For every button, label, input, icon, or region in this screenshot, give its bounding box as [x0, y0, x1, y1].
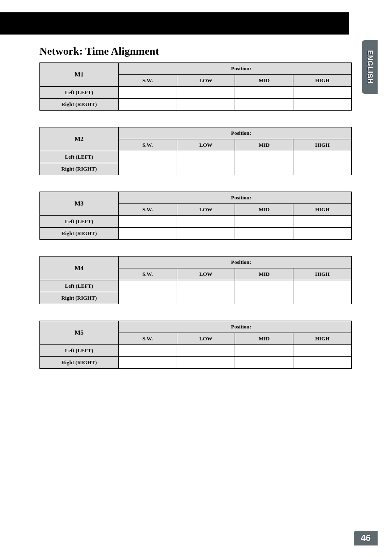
data-cell [293, 280, 352, 292]
memory-label: M3 [40, 192, 119, 216]
data-cell [118, 345, 177, 357]
column-header: HIGH [293, 139, 352, 151]
data-cell [118, 163, 177, 175]
data-cell [118, 87, 177, 99]
column-header: S.W. [118, 139, 177, 151]
data-cell [118, 280, 177, 292]
column-header: MID [235, 139, 293, 151]
column-header: LOW [177, 75, 235, 87]
position-header: Position: [118, 192, 351, 204]
row-label: Right (RIGHT) [40, 163, 119, 175]
column-header: LOW [177, 139, 235, 151]
data-cell [235, 345, 293, 357]
table-row: Right (RIGHT) [40, 357, 352, 369]
data-cell [235, 151, 293, 163]
table-row: Left (LEFT) [40, 151, 352, 163]
column-header: MID [235, 333, 293, 345]
table-row: Left (LEFT) [40, 280, 352, 292]
column-header: S.W. [118, 75, 177, 87]
row-label: Right (RIGHT) [40, 357, 119, 369]
data-cell [118, 99, 177, 111]
memory-table: M3Position:S.W.LOWMIDHIGHLeft (LEFT)Righ… [39, 192, 352, 240]
data-cell [177, 216, 235, 228]
language-label: ENGLISH [366, 50, 374, 84]
data-cell [293, 151, 352, 163]
data-cell [235, 163, 293, 175]
data-cell [177, 151, 235, 163]
column-header: LOW [177, 204, 235, 216]
table-row: Right (RIGHT) [40, 292, 352, 304]
memory-label: M5 [40, 321, 119, 345]
position-header: Position: [118, 321, 351, 333]
language-side-tab: ENGLISH [362, 40, 378, 94]
data-cell [118, 292, 177, 304]
data-cell [293, 99, 352, 111]
data-cell [293, 292, 352, 304]
column-header: MID [235, 75, 293, 87]
data-cell [235, 87, 293, 99]
data-cell [118, 228, 177, 240]
position-header: Position: [118, 63, 351, 75]
data-cell [293, 87, 352, 99]
data-cell [118, 216, 177, 228]
data-cell [177, 280, 235, 292]
memory-table: M2Position:S.W.LOWMIDHIGHLeft (LEFT)Righ… [39, 127, 352, 175]
memory-table: M4Position:S.W.LOWMIDHIGHLeft (LEFT)Righ… [39, 256, 352, 304]
memory-table: M1Position:S.W.LOWMIDHIGHLeft (LEFT)Righ… [39, 62, 352, 111]
data-cell [118, 357, 177, 369]
data-cell [293, 228, 352, 240]
memory-label: M4 [40, 257, 119, 280]
data-cell [235, 292, 293, 304]
data-cell [118, 151, 177, 163]
row-label: Left (LEFT) [40, 87, 119, 99]
row-label: Right (RIGHT) [40, 292, 119, 304]
memory-label: M1 [40, 63, 119, 87]
column-header: LOW [177, 333, 235, 345]
row-label: Left (LEFT) [40, 151, 119, 163]
data-cell [235, 99, 293, 111]
table-row: Left (LEFT) [40, 87, 352, 99]
data-cell [235, 228, 293, 240]
column-header: HIGH [293, 333, 352, 345]
data-cell [177, 228, 235, 240]
data-cell [293, 163, 352, 175]
row-label: Left (LEFT) [40, 280, 119, 292]
table-row: Right (RIGHT) [40, 99, 352, 111]
table-row: Right (RIGHT) [40, 163, 352, 175]
data-cell [177, 345, 235, 357]
row-label: Left (LEFT) [40, 345, 119, 357]
header-black-bar [0, 12, 349, 35]
tables-container: M1Position:S.W.LOWMIDHIGHLeft (LEFT)Righ… [39, 62, 352, 369]
data-cell [293, 357, 352, 369]
position-header: Position: [118, 127, 351, 139]
data-cell [235, 216, 293, 228]
table-row: Right (RIGHT) [40, 228, 352, 240]
section-title: Network: Time Alignment [39, 45, 352, 58]
row-label: Right (RIGHT) [40, 99, 119, 111]
memory-table: M5Position:S.W.LOWMIDHIGHLeft (LEFT)Righ… [39, 321, 352, 369]
data-cell [235, 357, 293, 369]
column-header: MID [235, 268, 293, 280]
column-header: S.W. [118, 204, 177, 216]
position-header: Position: [118, 257, 351, 268]
column-header: MID [235, 204, 293, 216]
column-header: LOW [177, 268, 235, 280]
data-cell [177, 163, 235, 175]
data-cell [293, 345, 352, 357]
data-cell [293, 216, 352, 228]
column-header: HIGH [293, 268, 352, 280]
table-row: Left (LEFT) [40, 345, 352, 357]
page-number: 46 [361, 533, 371, 543]
row-label: Left (LEFT) [40, 216, 119, 228]
column-header: HIGH [293, 75, 352, 87]
data-cell [235, 280, 293, 292]
column-header: S.W. [118, 333, 177, 345]
data-cell [177, 99, 235, 111]
content-area: Network: Time Alignment M1Position:S.W.L… [39, 45, 352, 385]
column-header: S.W. [118, 268, 177, 280]
data-cell [177, 87, 235, 99]
row-label: Right (RIGHT) [40, 228, 119, 240]
data-cell [177, 357, 235, 369]
data-cell [177, 292, 235, 304]
table-row: Left (LEFT) [40, 216, 352, 228]
